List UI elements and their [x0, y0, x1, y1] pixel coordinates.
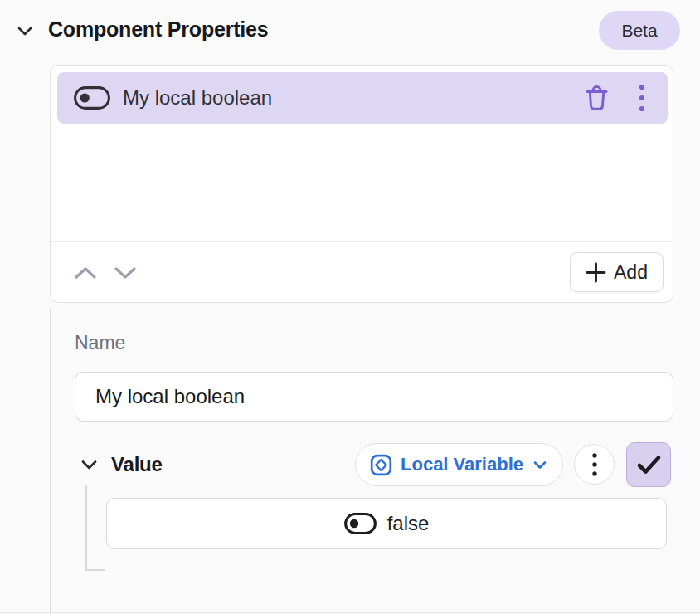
plus-icon	[586, 262, 606, 283]
move-down-button[interactable]	[107, 259, 143, 287]
chevron-down-icon	[110, 262, 140, 284]
value-display-field[interactable]: false	[106, 498, 667, 549]
property-list-panel: My local boolean	[50, 65, 673, 303]
chevron-down-icon	[15, 21, 35, 41]
boolean-toggle-icon	[344, 513, 377, 534]
chevron-down-icon	[532, 459, 548, 471]
bottom-divider	[0, 612, 700, 614]
value-checkbox[interactable]	[626, 442, 671, 487]
name-field-label: Name	[75, 332, 125, 354]
kebab-vertical-icon	[591, 452, 598, 477]
value-more-menu-button[interactable]	[574, 444, 615, 485]
move-up-button[interactable]	[67, 259, 104, 287]
binding-source-label: Local Variable	[401, 454, 523, 475]
page-title: Component Properties	[48, 17, 268, 41]
tree-connector-horizontal	[85, 569, 105, 571]
add-button-label: Add	[614, 261, 648, 284]
boolean-toggle-icon	[74, 86, 110, 110]
property-name-input[interactable]	[75, 372, 673, 422]
section-left-border	[50, 309, 51, 614]
binding-source-dropdown[interactable]: Local Variable	[355, 443, 563, 486]
value-collapse-button[interactable]	[78, 455, 100, 475]
delete-property-button[interactable]	[581, 81, 613, 115]
section-collapse-icon[interactable]	[13, 20, 36, 41]
variable-gem-icon	[370, 454, 392, 476]
value-section-label: Value	[111, 453, 163, 476]
value-display-text: false	[387, 512, 430, 535]
chevron-up-icon	[70, 262, 100, 284]
kebab-vertical-icon	[638, 83, 646, 113]
beta-badge-label: Beta	[621, 21, 657, 41]
chevron-down-icon	[80, 456, 99, 473]
property-item-label: My local boolean	[123, 86, 272, 110]
trash-icon	[584, 85, 610, 112]
property-list-item-selected[interactable]: My local boolean	[57, 72, 668, 124]
tree-connector-vertical	[85, 485, 87, 571]
property-more-menu-button[interactable]	[634, 80, 649, 116]
checkmark-icon	[636, 454, 662, 475]
add-property-button[interactable]: Add	[570, 252, 664, 292]
list-footer: Add	[51, 241, 673, 302]
beta-badge: Beta	[599, 11, 680, 50]
